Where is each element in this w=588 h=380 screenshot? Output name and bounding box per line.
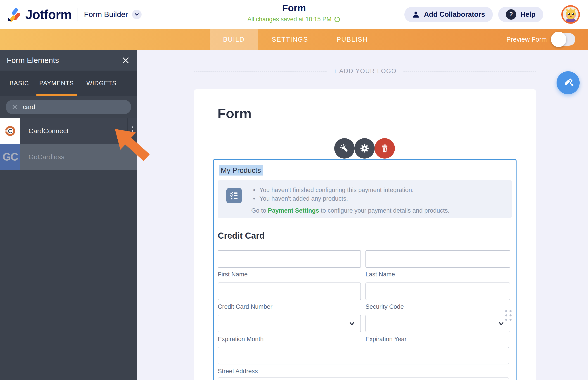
payment-warning-box: You haven’t finished configuring this pa…	[218, 180, 512, 218]
first-name-label: First Name	[218, 271, 248, 278]
dashed-line	[404, 71, 536, 72]
tab-basic[interactable]: BASIC	[10, 80, 29, 87]
cat-avatar-icon	[563, 7, 579, 23]
security-code-label: Security Code	[366, 303, 404, 310]
form-elements-panel: Form Elements BASIC PAYMENTS WIDGETS	[0, 50, 137, 380]
tab-publish[interactable]: PUBLISH	[322, 29, 383, 50]
form-title[interactable]: Form	[247, 3, 341, 14]
preview-form-toggle[interactable]	[553, 33, 575, 46]
form-card: Form	[194, 89, 536, 380]
svg-text:C: C	[8, 128, 12, 134]
tab-payments[interactable]: PAYMENTS	[37, 80, 77, 87]
expiration-month-select[interactable]	[218, 315, 361, 332]
dashed-line	[194, 71, 327, 72]
credit-card-number-label: Credit Card Number	[218, 303, 273, 310]
top-header: Jotform Form Builder Form All changes sa…	[0, 0, 588, 29]
form-designer-button[interactable]	[557, 71, 580, 94]
warning-bullets: You haven’t finished configuring this pa…	[251, 186, 449, 203]
chevron-down-icon[interactable]	[132, 10, 142, 19]
preview-form-control: Preview Form	[506, 29, 575, 50]
action-prefix: Go to	[251, 207, 268, 214]
search-input[interactable]	[23, 103, 125, 111]
warning-action-line: Go to Payment Settings to configure your…	[251, 207, 449, 215]
selected-payment-field[interactable]: My Products Yo	[213, 159, 516, 380]
panel-header: Form Elements	[0, 50, 137, 71]
preview-form-label: Preview Form	[506, 36, 547, 43]
header-divider	[78, 8, 78, 21]
paint-roller-icon	[562, 77, 574, 89]
expiration-year-select[interactable]	[366, 315, 510, 332]
credit-card-heading: Credit Card	[218, 231, 265, 241]
security-code-input[interactable]	[366, 283, 510, 300]
header-center: Form All changes saved at 10:15 PM	[247, 3, 341, 23]
field-action-buttons	[334, 138, 395, 159]
brand-name: Jotform	[25, 7, 72, 22]
credit-card-number-input[interactable]	[218, 283, 361, 300]
jotform-logo[interactable]: Jotform	[7, 7, 72, 22]
chevron-down-icon	[497, 320, 505, 328]
ribbon-tabs: BUILD SETTINGS PUBLISH	[210, 29, 383, 50]
help-button[interactable]: ? Help	[498, 7, 543, 22]
last-name-label: Last Name	[366, 271, 395, 278]
active-tab-underline	[37, 94, 77, 96]
drag-handle[interactable]	[505, 310, 512, 321]
tab-settings[interactable]: SETTINGS	[258, 29, 322, 50]
payment-item-cardconnect[interactable]: C CardConnect	[0, 118, 137, 144]
close-icon[interactable]	[121, 56, 130, 65]
person-icon	[412, 11, 420, 18]
form-heading[interactable]: Form	[218, 106, 252, 121]
header-divider	[553, 0, 553, 29]
user-avatar[interactable]	[561, 5, 580, 24]
panel-tabs: BASIC PAYMENTS WIDGETS	[0, 71, 137, 96]
add-logo-strip[interactable]: + ADD YOUR LOGO	[194, 68, 536, 75]
last-name-input[interactable]	[366, 250, 510, 268]
field-label-editable[interactable]: My Products	[219, 165, 263, 175]
add-logo-label: + ADD YOUR LOGO	[333, 68, 396, 75]
form-builder-app: Jotform Form Builder Form All changes sa…	[0, 0, 588, 380]
address-line2-input[interactable]	[218, 378, 509, 380]
gear-button[interactable]	[354, 138, 375, 159]
chevron-down-icon	[348, 320, 355, 328]
kebab-menu-icon[interactable]	[127, 118, 137, 144]
payment-item-gocardless[interactable]: GC GoCardless	[0, 144, 137, 170]
magic-wand-button[interactable]	[334, 138, 355, 159]
warning-bullet: You haven’t finished configuring this pa…	[251, 186, 449, 194]
payment-item-label: CardConnect	[29, 127, 69, 135]
search-pill	[6, 100, 131, 114]
add-collaborators-label: Add Collaborators	[424, 10, 485, 19]
autosave-text: All changes saved at 10:15 PM	[247, 16, 331, 23]
expiration-month-label: Expiration Month	[218, 336, 264, 343]
panel-search-area	[0, 96, 137, 118]
clear-search-icon[interactable]	[12, 104, 18, 110]
form-builder-menu[interactable]: Form Builder	[84, 10, 142, 19]
jotform-logo-icon	[7, 7, 21, 22]
form-canvas: + ADD YOUR LOGO Form	[137, 50, 588, 380]
gocardless-logo-icon: GC	[0, 144, 20, 170]
first-name-input[interactable]	[218, 250, 361, 268]
tab-build[interactable]: BUILD	[210, 29, 258, 50]
header-right: Add Collaborators ? Help	[404, 0, 588, 29]
street-address-label: Street Address	[218, 368, 258, 375]
question-mark-icon: ?	[506, 9, 516, 20]
street-address-input[interactable]	[218, 347, 509, 364]
panel-title: Form Elements	[7, 56, 59, 65]
builder-ribbon: BUILD SETTINGS PUBLISH Preview Form	[0, 29, 588, 50]
payment-warning-text: You haven’t finished configuring this pa…	[251, 186, 449, 215]
warning-bullet: You haven't added any products.	[251, 194, 449, 203]
action-suffix: to configure your payment details and pr…	[319, 207, 449, 214]
header-left: Jotform Form Builder	[0, 0, 142, 29]
toggle-knob	[551, 32, 566, 47]
help-label: Help	[520, 10, 535, 19]
tab-widgets[interactable]: WIDGETS	[86, 80, 116, 87]
payment-item-label: GoCardless	[29, 153, 64, 161]
cardconnect-logo-icon: C	[0, 118, 20, 144]
autosave-status: All changes saved at 10:15 PM	[247, 16, 341, 23]
trash-button[interactable]	[374, 138, 395, 159]
payment-settings-link[interactable]: Payment Settings	[268, 207, 319, 214]
add-collaborators-button[interactable]: Add Collaborators	[404, 7, 493, 22]
expiration-year-label: Expiration Year	[366, 336, 407, 343]
revision-history-icon[interactable]	[334, 16, 341, 23]
checklist-icon	[226, 188, 242, 203]
app-name: Form Builder	[84, 10, 128, 19]
